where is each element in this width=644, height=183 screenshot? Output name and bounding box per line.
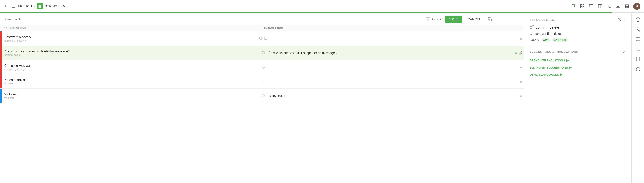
column-headers: SOURCE STRING TRANSLATION bbox=[0, 25, 524, 31]
row-indicator bbox=[0, 89, 2, 103]
source-key: compose_message bbox=[4, 68, 258, 70]
tag-icon[interactable] bbox=[259, 37, 263, 40]
toolbar-right: 45 • 47 SAVE CANCEL bbox=[432, 16, 520, 23]
label-app[interactable]: APP bbox=[541, 38, 550, 42]
comment-sidebar-icon[interactable] bbox=[634, 35, 642, 44]
source-cell: Password recovery password_recovery bbox=[2, 31, 258, 45]
french-chevron-icon: ▶ bbox=[566, 58, 569, 62]
expand-button[interactable] bbox=[623, 18, 626, 21]
svg-rect-21 bbox=[490, 18, 492, 21]
context-label: Context: bbox=[530, 32, 541, 35]
auto-translate-icon: A bbox=[514, 51, 517, 55]
translation-cell: A bbox=[267, 60, 524, 74]
string-row[interactable]: Compose Message compose_message A bbox=[0, 60, 524, 74]
translation-cell: Êtes-vous sûr de vouloir supprimer ce me… bbox=[267, 46, 524, 60]
breadcrumb-project[interactable]: FRENCH bbox=[18, 4, 32, 8]
settings-icon[interactable] bbox=[624, 3, 630, 9]
translation-text: Êtes-vous sûr de vouloir supprimer ce me… bbox=[269, 51, 513, 55]
more-options-button[interactable]: ⋮ bbox=[513, 16, 520, 23]
source-text: No date provided bbox=[4, 78, 258, 82]
top-bar: FRENCH › STRINGS.XML bbox=[0, 0, 644, 12]
comment-icon[interactable] bbox=[264, 37, 268, 40]
sidebar-toggle-icon[interactable] bbox=[598, 3, 603, 9]
suggestions-title: SUGGESTIONS & TRANSLATIONS bbox=[530, 50, 578, 53]
search-input[interactable] bbox=[4, 17, 424, 21]
source-cell: Are you sure you want to delete this mes… bbox=[2, 46, 260, 60]
tag-icon[interactable] bbox=[262, 94, 265, 98]
suggestion-group-other[interactable]: OTHER LANGUAGES ▶ bbox=[530, 71, 626, 78]
source-actions bbox=[258, 31, 270, 45]
source-text: Are you sure you want to delete this mes… bbox=[4, 49, 258, 53]
book-sidebar-icon[interactable] bbox=[634, 54, 642, 63]
remove-button[interactable] bbox=[504, 16, 512, 23]
monitor-icon[interactable] bbox=[588, 3, 594, 9]
string-row[interactable]: No date provided no_date A bbox=[0, 74, 524, 89]
tm-suggestions-header[interactable]: TM AND MT SUGGESTIONS ▶ bbox=[530, 64, 626, 70]
breadcrumb: FRENCH › STRINGS.XML bbox=[18, 3, 68, 9]
labels-label: Labels: bbox=[530, 38, 540, 42]
string-row[interactable]: Welcome! welcome Bienvenue ! A bbox=[0, 89, 524, 103]
list-sidebar-icon[interactable] bbox=[634, 45, 642, 54]
string-row[interactable]: Password recovery password_recovery bbox=[0, 31, 524, 46]
label-android[interactable]: ANDROID bbox=[552, 38, 568, 42]
add-button[interactable] bbox=[495, 16, 502, 23]
source-actions bbox=[260, 46, 267, 60]
tm-chevron-icon: ▶ bbox=[569, 66, 572, 69]
translation-actions: A bbox=[520, 80, 522, 83]
avatar[interactable]: U bbox=[633, 3, 640, 10]
translation-actions: A bbox=[520, 94, 522, 98]
auto-icon: A bbox=[520, 80, 522, 83]
auto-icon: A bbox=[520, 37, 522, 40]
source-cell: Welcome! welcome bbox=[2, 89, 260, 103]
history-sidebar-icon[interactable] bbox=[634, 64, 642, 73]
tag-icon[interactable] bbox=[262, 51, 265, 55]
svg-rect-3 bbox=[581, 4, 582, 6]
suggestion-group-french[interactable]: FRENCH TRANSLATIONS ▶ bbox=[530, 57, 626, 63]
top-bar-right: U bbox=[571, 3, 640, 10]
breadcrumb-file[interactable]: STRINGS.XML bbox=[45, 4, 68, 8]
save-button[interactable]: SAVE bbox=[445, 16, 462, 23]
string-details-header: STRING DETAILS bbox=[530, 18, 626, 22]
translate-icon[interactable] bbox=[634, 25, 642, 34]
suggestions-header: SUGGESTIONS & TRANSLATIONS bbox=[530, 50, 626, 54]
auto-icon: A bbox=[520, 94, 522, 98]
translation-cell: Bienvenue ! A bbox=[267, 89, 524, 103]
svg-rect-10 bbox=[598, 4, 602, 8]
source-text: Compose Message bbox=[4, 64, 258, 67]
terminal-icon[interactable] bbox=[606, 3, 612, 9]
col-translation-header: TRANSLATION bbox=[260, 27, 520, 29]
file-panel: 45 • 47 SAVE CANCEL bbox=[0, 13, 524, 183]
source-actions bbox=[260, 74, 267, 88]
info-icon[interactable] bbox=[634, 15, 642, 24]
tag-icon[interactable] bbox=[262, 80, 265, 83]
suggestion-group-tm[interactable]: TM AND MT SUGGESTIONS ▶ bbox=[530, 64, 626, 70]
filter-icon[interactable] bbox=[426, 17, 430, 21]
keyboard-icon[interactable] bbox=[616, 3, 621, 9]
svg-rect-4 bbox=[583, 4, 584, 6]
menu-button[interactable] bbox=[11, 3, 16, 9]
source-text: Welcome! bbox=[4, 92, 258, 96]
svg-point-19 bbox=[626, 5, 628, 7]
string-row[interactable]: Are you sure you want to delete this mes… bbox=[0, 46, 524, 60]
copy-button[interactable] bbox=[486, 16, 494, 23]
other-languages-header[interactable]: OTHER LANGUAGES ▶ bbox=[530, 71, 626, 78]
row-indicator bbox=[0, 60, 2, 74]
string-details-section: STRING DETAILS bbox=[524, 13, 632, 46]
cancel-button[interactable]: CANCEL bbox=[464, 16, 484, 23]
tag-icon[interactable] bbox=[262, 65, 265, 69]
source-cell: No date provided no_date bbox=[2, 74, 260, 88]
french-translations-header[interactable]: FRENCH TRANSLATIONS ▶ bbox=[530, 57, 626, 63]
notifications-icon[interactable] bbox=[571, 3, 576, 9]
row-indicator bbox=[0, 74, 2, 88]
key-name: confirm_delete bbox=[536, 25, 559, 29]
edit-icon[interactable] bbox=[518, 51, 522, 55]
suggestions-section: SUGGESTIONS & TRANSLATIONS FRENCH TRANSL… bbox=[524, 46, 632, 183]
grid-icon[interactable] bbox=[580, 3, 585, 9]
translation-actions: A bbox=[520, 37, 522, 40]
back-button[interactable] bbox=[4, 3, 9, 9]
add-sidebar-button[interactable] bbox=[634, 172, 642, 181]
labels-row: Labels: APP ANDROID bbox=[530, 38, 626, 42]
translation-cell: A bbox=[267, 74, 524, 88]
close-suggestions-button[interactable] bbox=[622, 50, 626, 54]
pin-button[interactable] bbox=[617, 18, 621, 22]
